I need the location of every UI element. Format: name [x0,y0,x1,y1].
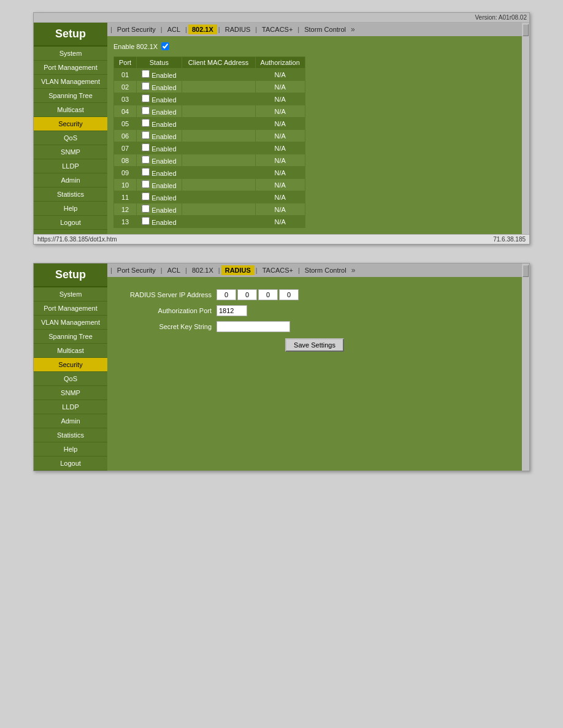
tab-portsecurity-1[interactable]: Port Security [113,25,159,34]
tab-stormcontrol-1[interactable]: Storm Control [301,25,350,34]
tab-acl-1[interactable]: ACL [164,25,184,34]
status-checkbox[interactable] [142,131,150,139]
enable-checkbox-1[interactable] [161,42,169,50]
col-port-1: Port [114,57,137,69]
tab-tacacs-2[interactable]: TACACS+ [259,265,297,275]
sidebar-item-help-1[interactable]: Help [34,202,107,216]
tab-acl-2[interactable]: ACL [164,265,184,275]
ip-octet-1[interactable] [216,289,236,300]
sidebar-2: Setup System Port Management VLAN Manage… [34,264,107,471]
tab-arrow-1[interactable]: » [351,25,355,34]
cell-mac [182,69,255,81]
tab-radius-1[interactable]: RADIUS [221,25,255,34]
sidebar-item-spanning-1[interactable]: Spanning Tree [34,89,107,103]
cell-mac [182,216,255,228]
table-row: 05EnabledN/A [114,118,305,130]
sidebar-item-system-1[interactable]: System [34,47,107,61]
cell-mac [182,130,255,142]
tab-stormcontrol-2[interactable]: Storm Control [301,265,350,275]
scrollbar-2[interactable] [522,264,529,471]
ip-octet-3[interactable] [258,289,278,300]
tab-arrow-2[interactable]: » [351,266,356,275]
status-checkbox[interactable] [142,107,150,115]
sidebar-item-snmp-2[interactable]: SNMP [34,386,107,400]
cell-port: 13 [114,216,137,228]
sidebar-item-statistics-1[interactable]: Statistics [34,188,107,202]
sidebar-item-snmp-1[interactable]: SNMP [34,145,107,159]
sidebar-item-security-1[interactable]: Security [34,117,107,131]
status-checkbox[interactable] [142,119,150,127]
cell-mac [182,81,255,93]
status-checkbox[interactable] [142,192,150,200]
sidebar-item-security-2[interactable]: Security [34,358,107,372]
sidebar-title-2: Setup [34,264,107,287]
cell-auth: N/A [255,118,305,130]
cell-port: 05 [114,118,137,130]
auth-port-input[interactable] [216,305,247,316]
ip-input-group [216,289,299,300]
tab-radius-2[interactable]: RADIUS [221,265,255,275]
cell-port: 09 [114,167,137,179]
sidebar-item-admin-1[interactable]: Admin [34,173,107,188]
sidebar-item-multicast-2[interactable]: Multicast [34,344,107,358]
tab-8021x-2[interactable]: 802.1X [188,265,217,275]
version-text: Version: A01r08.02 [475,14,527,21]
status-checkbox[interactable] [142,94,150,102]
cell-status: Enabled [137,69,182,81]
tab-bar-1: | Port Security | ACL | 802.1X | RADIUS … [107,23,522,36]
sidebar-item-statistics-2[interactable]: Statistics [34,428,107,442]
sidebar-item-multicast-1[interactable]: Multicast [34,103,107,117]
tab-portsecurity-2[interactable]: Port Security [113,265,159,275]
cell-auth: N/A [255,81,305,93]
cell-auth: N/A [255,216,305,228]
cell-mac [182,179,255,191]
main-content-1: | Port Security | ACL | 802.1X | RADIUS … [107,23,522,234]
cell-port: 02 [114,81,137,93]
secret-key-input[interactable] [216,321,290,332]
status-checkbox[interactable] [142,82,150,90]
sidebar-item-lldp-2[interactable]: LLDP [34,400,107,414]
cell-auth: N/A [255,203,305,216]
cell-port: 01 [114,69,137,81]
status-checkbox[interactable] [142,143,150,151]
status-checkbox[interactable] [142,205,150,213]
main-content-2: | Port Security | ACL | 802.1X | RADIUS … [107,264,522,471]
sidebar-item-qos-2[interactable]: QoS [34,372,107,386]
sidebar-item-vlan-1[interactable]: VLAN Management [34,75,107,89]
sidebar-item-vlan-2[interactable]: VLAN Management [34,316,107,330]
cell-status: Enabled [137,191,182,203]
sidebar-item-portmgmt-1[interactable]: Port Management [34,61,107,75]
cell-auth: N/A [255,154,305,167]
sidebar-item-portmgmt-2[interactable]: Port Management [34,301,107,316]
cell-mac [182,191,255,203]
cell-mac [182,105,255,118]
sidebar-item-system-2[interactable]: System [34,287,107,301]
sidebar-item-admin-2[interactable]: Admin [34,414,107,428]
scrollbar-1[interactable] [522,23,529,234]
status-checkbox[interactable] [142,70,150,78]
cell-port: 08 [114,154,137,167]
sidebar-item-qos-1[interactable]: QoS [34,131,107,145]
radius-ip-label: RADIUS Server IP Address [113,291,212,298]
tab-sep-1: | [110,26,112,33]
sidebar-item-logout-1[interactable]: Logout [34,216,107,230]
sidebar-item-spanning-2[interactable]: Spanning Tree [34,330,107,344]
status-checkbox[interactable] [142,156,150,164]
sidebar-item-help-2[interactable]: Help [34,442,107,457]
ip-octet-2[interactable] [237,289,257,300]
col-mac-1: Client MAC Address [182,57,255,69]
sidebar-item-lldp-1[interactable]: LLDP [34,159,107,173]
tab-8021x-1[interactable]: 802.1X [188,25,217,34]
cell-status: Enabled [137,118,182,130]
cell-auth: N/A [255,142,305,154]
status-checkbox[interactable] [142,180,150,188]
table-row: 01EnabledN/A [114,69,305,81]
sidebar-item-logout-2[interactable]: Logout [34,457,107,471]
ip-octet-4[interactable] [279,289,299,300]
status-checkbox[interactable] [142,217,150,225]
cell-port: 10 [114,179,137,191]
cell-status: Enabled [137,167,182,179]
tab-tacacs-1[interactable]: TACACS+ [258,25,296,34]
status-checkbox[interactable] [142,168,150,176]
save-settings-button[interactable]: Save Settings [285,338,344,352]
